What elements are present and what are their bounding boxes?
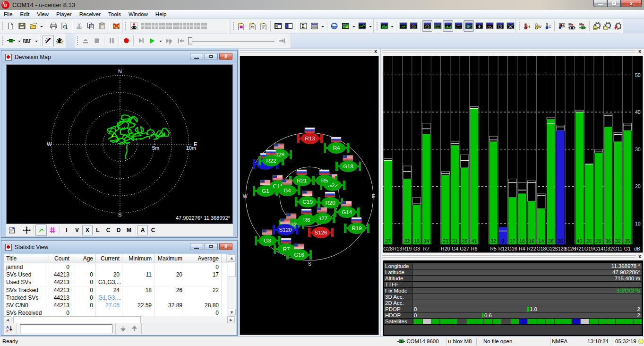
statistic-vertical-scrollbar[interactable]: ▲ ▼ [228, 254, 236, 316]
deviation-mode-l-button[interactable]: L [93, 225, 103, 235]
menu-tools[interactable]: Tools [104, 10, 125, 19]
hot-start-icon[interactable]: H [522, 20, 532, 32]
dock-signal-chart-icon[interactable] [443, 20, 453, 32]
statistic-view-icon[interactable]: Σ [298, 20, 309, 32]
deviation-map-minimize-button[interactable] [190, 53, 203, 60]
pan-icon[interactable] [21, 225, 32, 236]
chart-view-icon[interactable] [357, 20, 368, 32]
open-file-icon[interactable] [28, 20, 39, 32]
dock-clock-icon[interactable] [495, 20, 505, 32]
new-binary-console-icon[interactable]: 1001 [247, 20, 258, 32]
autodetect-icon[interactable] [43, 35, 54, 46]
baudrate-icon[interactable] [22, 35, 34, 46]
deviation-map-close-button[interactable]: X [219, 53, 232, 60]
dock-data-view-icon[interactable] [464, 20, 474, 32]
playback-position-slider[interactable] [188, 35, 275, 46]
dropdown-arrow-icon[interactable] [389, 20, 395, 32]
dock-compass-icon[interactable] [474, 20, 484, 32]
new-file-icon[interactable] [5, 20, 17, 32]
table-view-icon[interactable] [309, 20, 320, 32]
new-text-console-icon[interactable] [258, 20, 269, 32]
toolbar-grip[interactable] [124, 21, 127, 31]
split-horizontal-icon[interactable] [272, 20, 283, 32]
dropdown-arrow-icon[interactable] [34, 35, 39, 46]
statistic-view-restore-button[interactable] [205, 243, 218, 250]
clear-all-icon[interactable] [111, 20, 122, 32]
slider-handle[interactable] [188, 37, 192, 44]
debug-icon[interactable]: ? [54, 35, 65, 46]
toolbar-grip[interactable] [376, 21, 378, 31]
dock-sky-view-icon[interactable] [422, 20, 432, 32]
reset-receiver-icon[interactable] [556, 20, 567, 32]
disconnect-receiver-icon[interactable]: M [567, 20, 577, 32]
grid-mode-icon[interactable] [47, 225, 58, 236]
signal-strength-chart[interactable]: 2722153423312541329171816143835402629363… [383, 56, 643, 253]
statistic-horizontal-scrollbar[interactable]: ◄ ► [4, 316, 235, 324]
data-view-panel-header[interactable]: x [381, 254, 644, 260]
filter-down-icon[interactable] [117, 323, 129, 334]
skip-to-end-icon[interactable] [275, 35, 287, 46]
menu-help[interactable]: Help [152, 10, 171, 19]
track-mode-icon[interactable] [35, 225, 47, 236]
skip-to-start-icon[interactable] [175, 35, 186, 46]
histogram-view-icon[interactable] [379, 20, 389, 32]
deviation-map-restore-button[interactable] [205, 53, 218, 60]
dropdown-arrow-icon[interactable] [158, 35, 163, 46]
menu-window[interactable]: Window [125, 10, 152, 19]
autobaud-icon[interactable] [128, 20, 139, 32]
eject-icon[interactable] [80, 35, 91, 46]
menu-receiver[interactable]: Receiver [76, 10, 104, 19]
deviation-mode-c-button[interactable]: C [148, 225, 158, 235]
deviation-mode-i-button[interactable]: I [61, 225, 72, 235]
properties-icon[interactable] [6, 225, 17, 236]
toolbar-grip[interactable] [1, 35, 4, 46]
save-config-icon[interactable] [591, 20, 601, 32]
deviation-mode-d-button[interactable]: D [113, 225, 124, 235]
deviation-mode-c-button[interactable]: C [103, 225, 113, 235]
statistic-view-close-button[interactable]: X [219, 243, 232, 250]
cold-start-icon[interactable]: C [542, 20, 553, 32]
toolbar-grip[interactable] [1, 21, 4, 31]
toolbar-grip[interactable] [518, 21, 521, 31]
warm-start-icon[interactable]: W [532, 20, 542, 32]
revert-config-icon[interactable] [612, 20, 623, 32]
deviation-mode-x-button[interactable]: X [82, 225, 93, 235]
stat-column-age[interactable]: Age [72, 254, 96, 263]
statistic-view-titlebar[interactable]: Statistic View X [2, 241, 237, 253]
minimize-button[interactable] [593, 0, 607, 7]
statistic-view-minimize-button[interactable] [190, 243, 203, 250]
paste-icon[interactable] [96, 20, 107, 32]
record-icon[interactable] [120, 35, 132, 46]
stat-column-count[interactable]: Count [49, 254, 72, 263]
toolbar-grip[interactable] [76, 35, 79, 46]
stat-column-minimum[interactable]: Minimum [122, 254, 155, 263]
sky-view-canvas[interactable]: NSWER13R4G28R22G18R21G22R5G11G4G1G19R20G… [240, 56, 379, 335]
dropdown-arrow-icon[interactable] [17, 35, 22, 46]
dropdown-arrow-icon[interactable] [39, 20, 44, 32]
stat-column-maximum[interactable]: Maximum [155, 254, 185, 263]
split-vertical-icon[interactable] [283, 20, 295, 32]
deviation-map-canvas[interactable]: NSWE5m10m47.902276° 11.368992° [6, 64, 233, 224]
dropdown-arrow-icon[interactable] [320, 20, 326, 32]
step-icon[interactable] [135, 35, 146, 46]
menu-view[interactable]: View [33, 10, 52, 19]
dock-meter-icon[interactable] [484, 20, 495, 32]
deviation-mode-m-button[interactable]: M [124, 225, 134, 235]
deviation-mode-a-button[interactable]: A [137, 225, 148, 235]
stat-column-title[interactable]: Title [4, 254, 49, 263]
sky-view-close-icon[interactable]: x [373, 49, 378, 54]
dock-messages-icon[interactable] [432, 20, 443, 32]
cut-icon[interactable] [74, 20, 85, 32]
sky-view-panel-header[interactable]: x [239, 49, 380, 55]
deviation-map-icon[interactable] [398, 20, 408, 32]
restore-button[interactable] [607, 0, 621, 7]
connection-icon[interactable] [5, 35, 17, 46]
copy-icon[interactable] [85, 20, 96, 32]
stop-icon[interactable] [91, 35, 103, 46]
sky-view-window-icon[interactable] [408, 20, 419, 32]
pause-icon[interactable] [106, 35, 117, 46]
connect-receiver-icon[interactable]: M [577, 20, 588, 32]
dropdown-arrow-icon[interactable] [368, 20, 373, 32]
load-config-icon[interactable] [601, 20, 612, 32]
dropdown-arrow-icon[interactable] [351, 20, 357, 32]
